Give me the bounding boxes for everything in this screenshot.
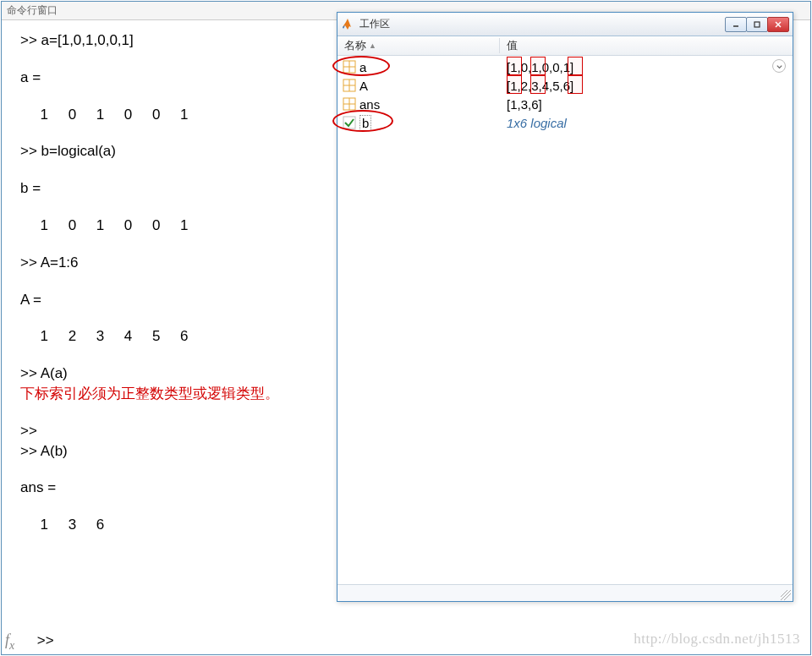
variable-logical-icon — [343, 116, 356, 129]
column-header-value[interactable]: 值 — [500, 38, 793, 53]
workspace-window[interactable]: 工作区 名称 ▲ 值 — [337, 12, 793, 602]
minimize-button[interactable] — [725, 17, 747, 32]
matlab-icon — [341, 18, 354, 31]
variable-numeric-icon — [343, 97, 356, 111]
workspace-statusbar — [337, 584, 793, 601]
variable-name: ans — [359, 97, 380, 112]
watermark: http://blog.csdn.net/jh1513 — [634, 631, 800, 648]
sort-asc-icon: ▲ — [369, 41, 376, 50]
cmd-prompt[interactable]: >> — [37, 632, 54, 648]
workspace-row[interactable]: b 1x6 logical — [337, 113, 793, 132]
command-window-panel: 命令行窗口 >> a=[1,0,1,0,0,1] a = 1 0 1 0 0 1… — [1, 1, 811, 655]
variable-value: [1,0,1,0,0,1] — [500, 60, 793, 74]
workspace-variable-list[interactable]: a [1,0,1,0,0,1] A [1,2,3,4,5,6] — [337, 56, 793, 584]
maximize-button[interactable] — [746, 17, 768, 32]
variable-name: b — [359, 115, 371, 131]
variable-name: A — [359, 79, 368, 93]
column-header-name[interactable]: 名称 ▲ — [337, 38, 500, 53]
workspace-titlebar[interactable]: 工作区 — [337, 13, 793, 36]
workspace-row[interactable]: A [1,2,3,4,5,6] — [337, 76, 793, 95]
variable-numeric-icon — [343, 79, 356, 92]
close-button[interactable] — [767, 17, 789, 32]
resize-grip-icon[interactable] — [781, 590, 791, 600]
variable-numeric-icon — [343, 60, 356, 74]
variable-name: a — [359, 60, 366, 74]
workspace-column-headers[interactable]: 名称 ▲ 值 — [337, 36, 793, 56]
variable-value: [1,3,6] — [500, 97, 793, 112]
fx-icon[interactable]: fx >> — [5, 631, 54, 653]
workspace-title: 工作区 — [359, 17, 721, 31]
variable-value: [1,2,3,4,5,6] — [500, 79, 793, 93]
workspace-row[interactable]: ans [1,3,6] — [337, 95, 793, 113]
variable-value: 1x6 logical — [500, 116, 793, 130]
workspace-row[interactable]: a [1,0,1,0,0,1] — [337, 57, 793, 76]
column-options-button[interactable] — [772, 59, 786, 73]
svg-rect-1 — [754, 22, 760, 27]
